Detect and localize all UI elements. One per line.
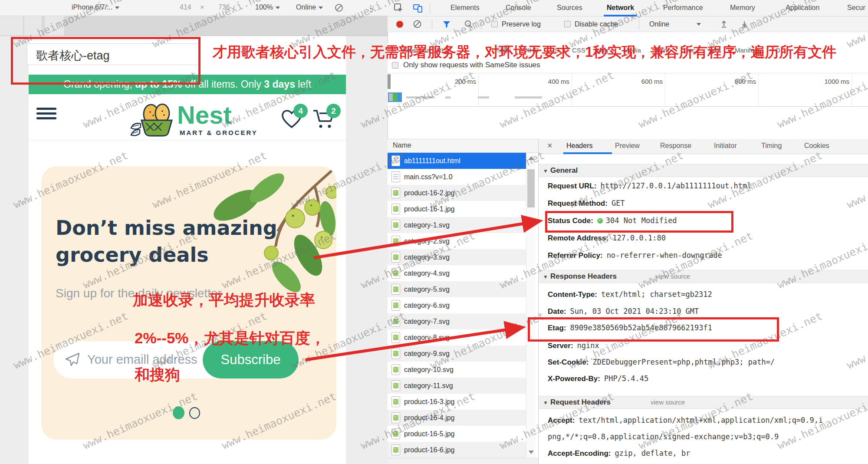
samesite-label: Only show requests with SameSite issues: [403, 61, 540, 69]
network-toolbar: Preserve log Disable cache Online: [388, 16, 868, 32]
horizontal-scroll-strip[interactable]: [388, 458, 538, 464]
timeline-tick: 600 ms: [632, 78, 663, 85]
request-row[interactable]: product-16-4.jpg: [388, 410, 526, 426]
export-har-icon[interactable]: [740, 20, 749, 30]
document-file-icon: [391, 155, 400, 166]
throttling-select[interactable]: Online: [649, 20, 669, 28]
image-file-icon: [391, 284, 400, 295]
request-row[interactable]: category-6.svg: [388, 297, 526, 313]
header-row: Set-Cookie:ZDEDebuggerPresent=php,phtml,…: [548, 358, 775, 367]
request-row[interactable]: product-16-1.jpg: [388, 201, 526, 217]
disclosure-triangle-icon: ▼: [543, 400, 548, 406]
scroll-down-icon[interactable]: [529, 451, 534, 454]
annotation-line1: 加速收录，平均提升收录率: [133, 290, 315, 310]
carousel-dot[interactable]: [189, 407, 200, 419]
section-request-headers[interactable]: ▼ Request Headers view source: [539, 396, 868, 409]
image-file-icon: [391, 300, 400, 311]
request-row[interactable]: category-5.svg: [388, 281, 526, 297]
section-general[interactable]: ▼ General: [539, 164, 868, 177]
image-file-icon: [391, 316, 400, 327]
request-row[interactable]: main.css?v=1.0: [388, 169, 526, 185]
header-row: Date:Sun, 03 Oct 2021 04:23:10 GMT: [548, 307, 699, 316]
request-row[interactable]: product-16-5.jpg: [388, 426, 526, 442]
cart-button[interactable]: 2: [312, 104, 343, 131]
more-options-icon[interactable]: ⋮: [367, 3, 375, 13]
header-row: Request Method:GET: [548, 199, 625, 208]
carousel-dot-active[interactable]: [173, 406, 184, 419]
nest-basket-icon: [128, 98, 176, 138]
request-row[interactable]: category-3.svg: [388, 249, 526, 265]
timeline-tick: 1000 ms: [819, 78, 849, 85]
viewport-height-field[interactable]: 736: [218, 3, 230, 11]
status-code-highlight-box: [545, 211, 733, 233]
filter-icon[interactable]: [442, 20, 451, 30]
view-source-link[interactable]: view source: [651, 398, 685, 406]
disable-cache-checkbox[interactable]: [564, 21, 571, 27]
request-row[interactable]: product-16-2.jpg: [388, 185, 526, 201]
wishlist-button[interactable]: 4: [280, 104, 311, 131]
clear-log-icon[interactable]: [413, 20, 422, 30]
detail-tab-preview[interactable]: Preview: [615, 142, 640, 150]
request-row[interactable]: category-4.svg: [388, 265, 526, 281]
request-row[interactable]: category-11.svg: [388, 378, 526, 394]
close-icon[interactable]: ×: [547, 141, 552, 151]
record-button[interactable]: [396, 21, 403, 28]
device-toolbar: iPhone 6/7/... 414 × 736 100% Online ⋮: [0, 0, 388, 16]
site-logo[interactable]: Nest MART & GROCERY: [128, 98, 272, 138]
request-row[interactable]: category-2.svg: [388, 233, 526, 249]
detail-tab-cookies[interactable]: Cookies: [804, 142, 829, 150]
request-row[interactable]: product-16-6.jpg: [388, 442, 526, 458]
detail-tab-headers[interactable]: Headers: [566, 142, 592, 150]
document-file-icon: [391, 171, 400, 182]
selected-request-bar: [388, 92, 402, 102]
request-row[interactable]: category-9.svg: [388, 346, 526, 362]
import-har-icon[interactable]: [720, 20, 728, 30]
detail-tab-initiator[interactable]: Initiator: [714, 142, 736, 150]
tab-console[interactable]: Console: [506, 4, 531, 12]
menu-icon[interactable]: [36, 108, 56, 120]
detail-tab-response[interactable]: Response: [660, 142, 691, 150]
search-icon[interactable]: [464, 20, 473, 30]
tab-network[interactable]: Network: [607, 4, 634, 12]
tab-elements[interactable]: Elements: [450, 4, 480, 12]
tab-memory[interactable]: Memory: [730, 4, 755, 12]
image-file-icon: [391, 188, 400, 198]
tab-performance[interactable]: Performance: [663, 4, 703, 12]
scroll-up-icon[interactable]: [529, 156, 534, 160]
preserve-log-checkbox[interactable]: [491, 21, 498, 27]
device-select[interactable]: iPhone 6/7/...: [72, 3, 119, 11]
request-row[interactable]: ab1111111out.html: [388, 153, 526, 169]
chevron-down-icon: [319, 7, 323, 9]
viewport-width-field[interactable]: 414: [180, 3, 191, 11]
etag-input-highlight-box: [11, 37, 201, 85]
request-row[interactable]: product-16-3.jpg: [388, 394, 526, 410]
detail-tab-timing[interactable]: Timing: [761, 142, 782, 150]
section-response-headers[interactable]: ▼ Response Headers view source: [539, 270, 868, 283]
zoom-select[interactable]: 100%: [255, 3, 280, 11]
disclosure-triangle-icon: ▼: [543, 274, 548, 280]
no-throttle-icon[interactable]: [334, 3, 344, 14]
requests-scrollbar[interactable]: [526, 153, 536, 458]
logo-tagline: MART & GROCERY: [180, 129, 258, 136]
tab-sources[interactable]: Sources: [557, 4, 582, 12]
dimension-multiply-label: ×: [200, 3, 204, 11]
view-source-link[interactable]: view source: [656, 273, 690, 280]
timeline-overview[interactable]: 200 ms 400 ms 600 ms 800 ms 1000 ms: [388, 73, 868, 107]
samesite-checkbox[interactable]: [392, 62, 398, 69]
tab-security[interactable]: Secur: [847, 4, 865, 12]
inspect-element-icon[interactable]: [394, 3, 404, 15]
emulated-tab-strip: [0, 16, 388, 36]
preserve-log-label: Preserve log: [502, 20, 541, 28]
scrollbar-thumb[interactable]: [527, 169, 535, 207]
requests-pane: Name ab1111111out.html main.css?v=1.0 pr…: [388, 139, 538, 464]
device-toolbar-toggle-icon[interactable]: [413, 3, 423, 15]
timeline-left-marker: [388, 74, 391, 89]
request-row[interactable]: category-1.svg: [388, 217, 526, 233]
request-row[interactable]: category-10.svg: [388, 362, 526, 378]
request-row[interactable]: category-7.svg: [388, 313, 526, 329]
name-column-header[interactable]: Name: [388, 139, 538, 153]
active-detail-tab-underline: [563, 152, 612, 154]
throttle-select[interactable]: Online: [296, 3, 323, 11]
request-row[interactable]: category-8.svg: [388, 329, 526, 346]
tab-application[interactable]: Application: [786, 4, 819, 12]
